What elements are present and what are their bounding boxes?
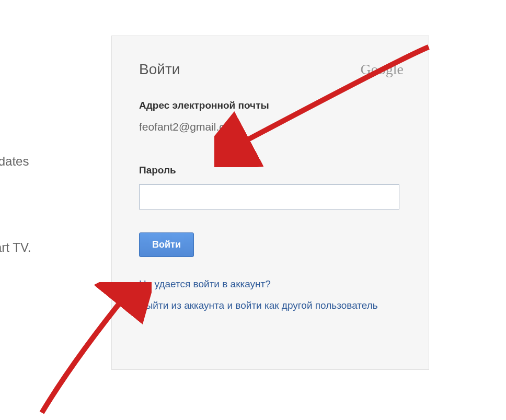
cant-access-account-link[interactable]: Не удается войти в аккаунт? <box>139 277 401 292</box>
password-field-wrapper <box>139 184 401 209</box>
google-logo: Google <box>361 61 404 78</box>
password-label: Пароль <box>139 165 401 176</box>
background-text-updates: updates <box>0 154 29 169</box>
signin-button[interactable]: Войти <box>139 232 194 257</box>
email-label: Адрес электронной почты <box>139 100 401 111</box>
background-text-smart-tv: mart TV. <box>0 240 31 255</box>
email-value: feofant2@gmail.com <box>139 121 401 133</box>
login-card: Google Войти Адрес электронной почты feo… <box>111 36 429 370</box>
password-input[interactable] <box>139 184 399 209</box>
switch-account-link[interactable]: Выйти из аккаунта и войти как другой пол… <box>139 298 401 313</box>
